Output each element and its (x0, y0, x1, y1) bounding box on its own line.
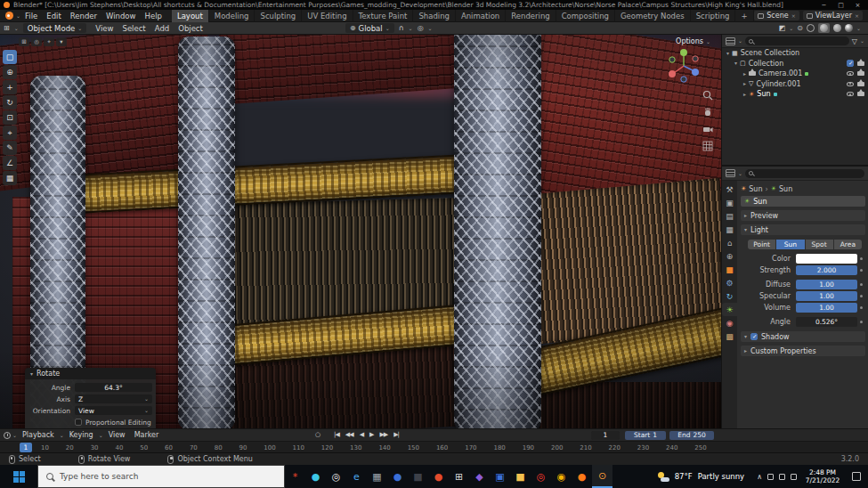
shading-material-icon[interactable] (833, 24, 841, 32)
workspace-tab[interactable]: Compositing (556, 10, 615, 22)
play-reverse-button[interactable]: ◀ (358, 430, 365, 439)
hide-viewport-icon[interactable] (847, 82, 854, 86)
transform-orientation-dropdown[interactable]: ⊕ Global ⌄ (345, 23, 394, 33)
render-visibility-icon[interactable] (857, 61, 864, 66)
timeline-editor-icon[interactable] (4, 432, 11, 439)
render-visibility-icon[interactable] (857, 71, 864, 76)
play-button[interactable]: ▶ (368, 430, 375, 439)
editor-type-icon[interactable]: ⊞ (4, 24, 10, 32)
workspace-tab[interactable]: Modeling (209, 10, 256, 22)
proportional-editing-checkbox[interactable] (75, 419, 82, 426)
specular-slider[interactable]: 1.00 (796, 291, 857, 301)
filter-icon[interactable]: ▽ (852, 37, 857, 45)
tool-transform[interactable]: ⌖ (3, 126, 17, 140)
tab-texture[interactable]: ▩ (722, 329, 737, 343)
taskbar-app-icon[interactable]: * (285, 465, 305, 488)
volume-slider[interactable]: 1.00 (796, 303, 857, 313)
workspace-tab[interactable]: Rendering (506, 10, 556, 22)
workspace-tab[interactable]: Texture Paint (353, 10, 414, 22)
current-frame-field[interactable]: 1 (591, 431, 620, 440)
taskbar-app-icon[interactable]: ▣ (490, 465, 510, 488)
tool-add-cube[interactable]: ▦ (3, 171, 17, 185)
taskbar-app-icon[interactable]: ■ (510, 465, 531, 488)
taskbar-app-icon[interactable]: ⊙ (592, 465, 612, 488)
tray-icon[interactable] (791, 474, 797, 480)
tray-expand-icon[interactable]: ∧ (757, 473, 762, 481)
taskbar-app-icon[interactable]: ● (387, 465, 408, 488)
proportional-caret-icon[interactable]: ⌄ (428, 26, 433, 31)
menu-view-timeline[interactable]: View (105, 431, 129, 439)
tab-output[interactable]: ▤ (722, 209, 737, 223)
camera-view-icon[interactable] (702, 124, 713, 134)
perspective-grid-icon[interactable] (702, 141, 713, 151)
taskbar-clock[interactable]: 2:48 PM 7/21/2022 (802, 468, 843, 484)
maximize-button[interactable]: □ (834, 2, 848, 9)
taskbar-app-icon[interactable]: ● (428, 465, 449, 488)
light-color-swatch[interactable] (796, 254, 857, 264)
shading-rendered-icon[interactable] (845, 24, 853, 32)
keyframe-dot-icon[interactable] (857, 269, 865, 272)
viewlayer-selector[interactable]: ViewLayer × (803, 11, 863, 20)
navigation-gizmo[interactable] (664, 46, 703, 85)
strength-slider[interactable]: 2.000 (796, 265, 857, 275)
tab-object-data[interactable]: ☀ (722, 303, 737, 316)
shadow-checkbox[interactable] (750, 333, 758, 340)
shadow-section-header[interactable]: ▾ Shadow (741, 331, 865, 342)
viewlayer-unlink-icon[interactable]: × (855, 12, 859, 19)
operator-panel-header[interactable]: ▾ Rotate (25, 368, 156, 379)
taskbar-app-icon[interactable]: ■ (408, 465, 428, 488)
prev-keyframe-button[interactable]: ◀◀ (344, 430, 355, 439)
close-button[interactable]: × (851, 2, 864, 9)
next-keyframe-button[interactable]: ▶▶ (377, 430, 389, 439)
jump-to-start-button[interactable]: |◀ (332, 430, 341, 439)
light-section-header[interactable]: ▾ Light (741, 224, 865, 235)
outliner-row-camera[interactable]: ▸ Camera.001 (722, 69, 868, 79)
render-visibility-icon[interactable] (857, 82, 864, 86)
workspace-tab[interactable]: Geometry Nodes (615, 10, 691, 22)
hide-viewport-icon[interactable] (847, 92, 854, 96)
breadcrumb-object[interactable]: Sun (749, 185, 762, 193)
light-type-button[interactable]: Sun (776, 240, 804, 249)
workspace-tab[interactable]: Sculpting (255, 10, 302, 22)
taskbar-app-icon[interactable]: ● (572, 465, 592, 488)
tool-cursor[interactable]: ⊕ (3, 65, 17, 79)
menu-edit[interactable]: Edit (42, 10, 65, 22)
light-type-button[interactable]: Point (748, 240, 775, 249)
outliner-row-scene-collection[interactable]: ▾ ▦ Scene Collection (722, 48, 868, 59)
tool-rotate[interactable]: ↻ (3, 95, 17, 110)
collection-checkbox[interactable] (847, 60, 854, 67)
options-dropdown[interactable]: Options ⌄ (676, 37, 710, 45)
taskbar-app-icon[interactable]: e (346, 465, 367, 488)
keyframe-dot-icon[interactable] (857, 321, 865, 323)
menu-file[interactable]: File (20, 10, 42, 22)
keyframe-dot-icon[interactable] (857, 295, 865, 297)
light-type-button[interactable]: Spot (806, 240, 833, 249)
mini-button-3[interactable]: ⌖ (44, 37, 54, 46)
taskbar-app-icon[interactable]: ▦ (367, 465, 387, 488)
shading-wireframe-icon[interactable] (807, 24, 815, 32)
tab-view-layer[interactable]: ▦ (722, 223, 737, 236)
axis-dropdown[interactable]: Z⌄ (75, 394, 152, 403)
zoom-icon[interactable] (702, 90, 713, 101)
workspace-tab[interactable]: + (735, 10, 753, 22)
taskbar-search[interactable]: Type here to search (37, 465, 285, 488)
keyframe-dot-icon[interactable] (857, 306, 865, 309)
menu-render[interactable]: Render (66, 10, 101, 22)
start-button[interactable] (0, 465, 37, 488)
light-type-button[interactable]: Area (834, 240, 862, 249)
outliner-row-collection[interactable]: ▾ ▢ Collection (722, 59, 868, 69)
tab-object[interactable]: ■ (722, 263, 737, 276)
menu-keying[interactable]: Keying (66, 431, 97, 439)
tool-scale[interactable]: ⊡ (3, 110, 17, 125)
playhead[interactable]: 1 (20, 443, 32, 452)
tray-icon[interactable] (779, 474, 785, 480)
menu-help[interactable]: Help (141, 10, 166, 22)
menu-view[interactable]: View (91, 22, 118, 35)
taskbar-app-icon[interactable]: ◉ (551, 465, 572, 488)
menu-marker[interactable]: Marker (131, 431, 163, 439)
tool-annotate[interactable]: ✎ (3, 141, 17, 155)
frame-start-field[interactable]: Start1 (625, 431, 666, 440)
angle-field[interactable]: 0.526° (796, 317, 857, 327)
data-name-field[interactable]: ☀ Sun (741, 196, 865, 207)
tab-world[interactable]: ⊕ (722, 249, 737, 263)
